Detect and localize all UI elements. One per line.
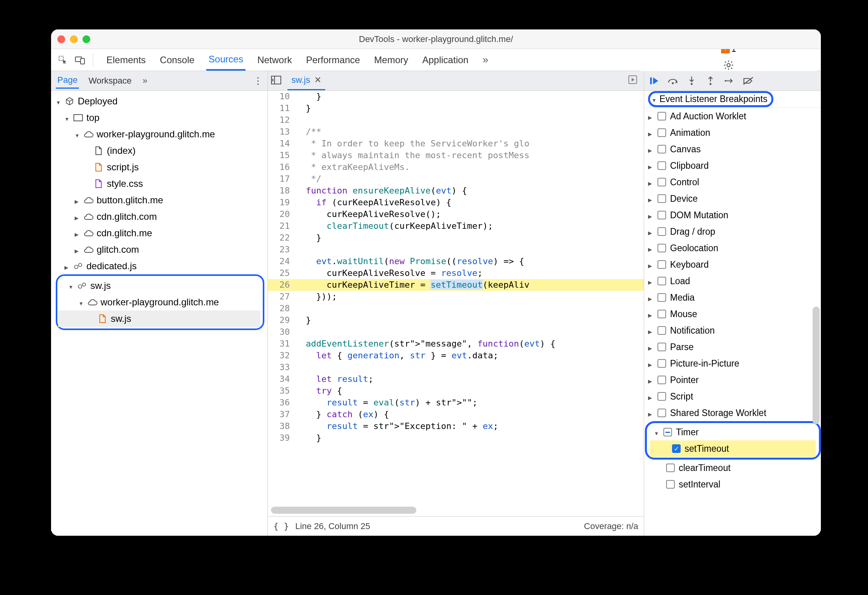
checkbox-icon[interactable] [657,128,666,137]
category-mouse[interactable]: Mouse [644,306,821,322]
tab-application[interactable]: Application [420,49,471,71]
category-script[interactable]: Script [644,388,821,405]
category-device[interactable]: Device [644,190,821,207]
category-dom-mutation[interactable]: DOM Mutation [644,207,821,223]
svg-point-13 [691,83,693,85]
deactivate-breakpoints-icon[interactable] [742,75,754,87]
nav-tab-overflow-icon[interactable]: » [141,76,149,86]
tab-sources[interactable]: Sources [206,49,245,71]
category-keyboard[interactable]: Keyboard [644,256,821,273]
checkbox-icon[interactable] [657,392,666,401]
navigator-pane: Page Workspace » ⋮ Deployed top worker-p… [51,71,268,536]
debugger-pane: Event Listener Breakpoints Ad Auction Wo… [644,71,821,536]
checkbox-icon[interactable] [657,409,666,417]
navigator-tabs: Page Workspace » ⋮ [51,71,267,91]
checkbox-icon[interactable] [657,343,666,351]
checkbox-checked-icon[interactable] [672,444,681,453]
category-load[interactable]: Load [644,273,821,289]
main-toolbar: Elements Console Sources Network Perform… [51,49,821,71]
tree-wp-origin[interactable]: worker-playground.glitch.me [53,126,267,142]
category-timer[interactable]: Timer [650,424,816,440]
checkbox-icon[interactable] [666,464,675,472]
category-notification[interactable]: Notification [644,322,821,339]
checkbox-icon[interactable] [657,227,666,236]
run-snippet-icon[interactable] [628,75,641,87]
step-icon[interactable] [723,75,735,87]
settings-icon[interactable] [721,57,736,73]
editor-pane: sw.js ✕ 10 }11 }1213 /**14 * In order to… [268,71,644,536]
tab-console[interactable]: Console [157,49,197,71]
tree-button-origin[interactable]: button.glitch.me [53,192,267,208]
tab-elements[interactable]: Elements [104,49,148,71]
category-media[interactable]: Media [644,289,821,306]
checkbox-icon[interactable] [666,480,675,489]
tab-performance[interactable]: Performance [304,49,362,71]
checkbox-icon[interactable] [657,161,666,170]
step-into-icon[interactable] [686,75,698,87]
cloud-icon [83,195,93,205]
checkbox-icon[interactable] [657,326,666,335]
category-picture-in-picture[interactable]: Picture-in-Picture [644,355,821,372]
tree-deployed[interactable]: Deployed [53,93,267,110]
category-control[interactable]: Control [644,174,821,190]
timer-setinterval[interactable]: setInterval [644,476,821,493]
step-over-icon[interactable] [667,75,679,87]
vertical-scrollbar[interactable] [813,307,820,424]
tree-sw-origin[interactable]: worker-playground.glitch.me [58,294,260,310]
event-listener-breakpoints-header[interactable]: Event Listener Breakpoints [644,91,821,108]
tree-file-index[interactable]: (index) [53,142,267,159]
timer-cleartimeout[interactable]: clearTimeout [644,460,821,476]
tree-cdn-me[interactable]: cdn.glitch.me [53,225,267,241]
tree-file-style[interactable]: style.css [53,175,267,192]
highlight-ring-sw: sw.js worker-playground.glitch.me sw.js [56,274,264,330]
checkbox-indeterminate-icon[interactable] [663,428,672,436]
category-canvas[interactable]: Canvas [644,141,821,157]
checkbox-icon[interactable] [657,260,666,269]
tree-dedicated[interactable]: dedicated.js [53,258,267,274]
close-tab-icon[interactable]: ✕ [314,75,321,85]
nav-tab-workspace[interactable]: Workspace [87,76,133,86]
category-animation[interactable]: Animation [644,124,821,141]
category-geolocation[interactable]: Geolocation [644,240,821,256]
braces-icon[interactable]: { } [273,521,289,531]
checkbox-icon[interactable] [657,178,666,186]
checkbox-icon[interactable] [657,112,666,120]
highlight-ring-timer: TimersetTimeout [645,421,821,460]
checkbox-icon[interactable] [657,145,666,153]
category-parse[interactable]: Parse [644,339,821,355]
checkbox-icon[interactable] [657,359,666,368]
toggle-navigator-icon[interactable] [271,76,284,86]
tab-network[interactable]: Network [255,49,294,71]
tree-file-script[interactable]: script.js [53,159,267,175]
checkbox-icon[interactable] [657,244,666,252]
nav-tab-more-icon[interactable]: ⋮ [253,75,263,86]
checkbox-icon[interactable] [657,293,666,302]
tree-cdn-com[interactable]: cdn.glitch.com [53,208,267,225]
category-pointer[interactable]: Pointer [644,372,821,388]
tabs-overflow-icon[interactable]: » [480,49,491,71]
device-toggle-icon[interactable] [72,52,88,68]
horizontal-scrollbar[interactable] [271,507,416,514]
checkbox-icon[interactable] [657,211,666,219]
checkbox-icon[interactable] [657,277,666,285]
timer-settimeout[interactable]: setTimeout [650,440,816,457]
category-clipboard[interactable]: Clipboard [644,157,821,174]
nav-tab-page[interactable]: Page [56,75,79,89]
tab-memory[interactable]: Memory [372,49,411,71]
checkbox-icon[interactable] [657,194,666,203]
tree-glitch[interactable]: glitch.com [53,241,267,258]
checkbox-icon[interactable] [657,376,666,384]
file-tab-sw[interactable]: sw.js ✕ [288,71,325,90]
inspect-icon[interactable] [55,52,71,68]
tree-sw-group[interactable]: sw.js [58,277,260,294]
tree-top[interactable]: top [53,110,267,126]
category-drag-drop[interactable]: Drag / drop [644,223,821,240]
category-shared-storage-worklet[interactable]: Shared Storage Worklet [644,405,821,421]
tree-file-sw[interactable]: sw.js [58,310,260,327]
step-out-icon[interactable] [705,75,716,87]
resume-icon[interactable] [648,75,660,87]
code-editor[interactable]: 10 }11 }1213 /**14 * In order to keep th… [268,91,644,516]
category-ad-auction-worklet[interactable]: Ad Auction Worklet [644,108,821,124]
checkbox-icon[interactable] [657,310,666,318]
frame-icon [73,113,83,123]
